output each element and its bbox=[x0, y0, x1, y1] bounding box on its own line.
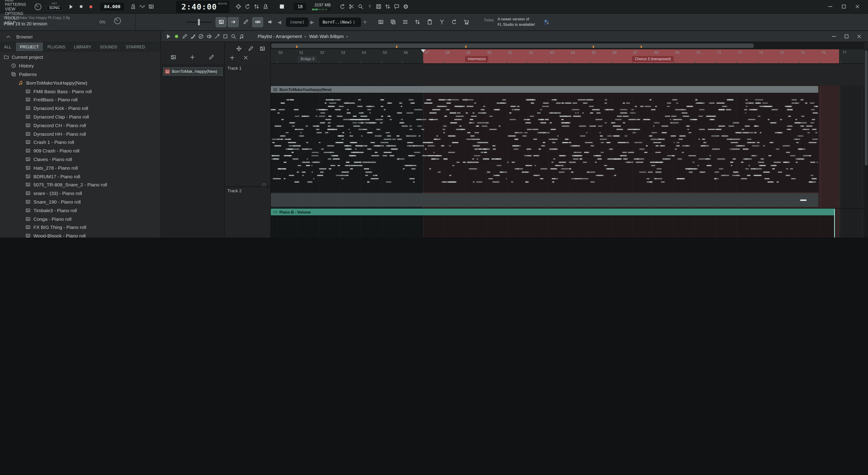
minimize-button[interactable] bbox=[826, 2, 835, 11]
browser-item[interactable]: FM8 Basic Bass - Piano roll bbox=[0, 87, 160, 95]
help-icon[interactable]: ? bbox=[365, 2, 374, 11]
picker-draw-icon[interactable] bbox=[207, 53, 216, 61]
metronome-icon[interactable] bbox=[129, 2, 138, 11]
tracks-area[interactable]: BornToMakeYouHappy(New)Piano B - VolumeW… bbox=[271, 86, 864, 237]
shop-icon[interactable] bbox=[461, 17, 472, 27]
add-track-button[interactable] bbox=[227, 53, 237, 62]
vertical-scrollbar[interactable] bbox=[864, 49, 868, 237]
smart-disable-icon[interactable] bbox=[138, 2, 147, 11]
browser-item[interactable]: History bbox=[0, 61, 160, 70]
grid-options-icon[interactable] bbox=[258, 44, 267, 53]
playlist-minimize-button[interactable] bbox=[829, 32, 838, 41]
pattern-selector[interactable]: BornT..(New) ▲▼ bbox=[319, 18, 361, 27]
chevron-right-icon[interactable]: ▸ bbox=[310, 18, 314, 26]
record-button[interactable] bbox=[86, 2, 96, 11]
timeline-marker[interactable]: Chorus 3 (transposed) bbox=[632, 56, 674, 62]
strip-handle[interactable] bbox=[800, 199, 806, 201]
automation-curve[interactable] bbox=[271, 215, 835, 237]
draw-tool-icon[interactable] bbox=[180, 32, 188, 40]
browser-item[interactable]: 5075_TR-808_Snare_2 - Piano roll bbox=[0, 180, 160, 189]
cut-icon[interactable] bbox=[347, 2, 356, 11]
tab-plugins[interactable]: PLUGINS bbox=[43, 42, 70, 51]
browser-item[interactable]: Wood-Bloock - Piano roll bbox=[0, 231, 160, 237]
main-volume-knob[interactable] bbox=[34, 2, 42, 11]
record-icon[interactable] bbox=[172, 32, 180, 40]
browser-item[interactable]: Dynacord HH - Piano roll bbox=[0, 129, 160, 138]
browser-item[interactable]: snare - (33) - Piano roll bbox=[0, 189, 160, 198]
settings-icon[interactable] bbox=[401, 2, 410, 11]
delete-tool-icon[interactable] bbox=[197, 32, 205, 40]
playhead-marker[interactable] bbox=[421, 49, 426, 53]
menu-patterns[interactable]: PATTERNS bbox=[3, 2, 28, 6]
tab-sounds[interactable]: SOUNDS bbox=[96, 42, 122, 51]
pattern-spinner[interactable]: ▲▼ bbox=[353, 20, 355, 24]
browser-item[interactable]: Dynacord CH - Piano roll bbox=[0, 121, 160, 129]
automation-clip-body[interactable] bbox=[271, 215, 834, 237]
pattern-picker-item[interactable]: BornToMak..Happy(New) bbox=[163, 67, 222, 76]
preview-speaker-icon[interactable] bbox=[265, 17, 275, 27]
pattern-add-icon[interactable]: + bbox=[363, 18, 367, 26]
pattern-grid-icon[interactable] bbox=[376, 17, 386, 27]
typing-keyboard-icon[interactable] bbox=[147, 2, 156, 11]
picker-panel-icon[interactable] bbox=[388, 17, 399, 27]
revert-icon[interactable] bbox=[449, 17, 460, 27]
zoom-tool-icon[interactable] bbox=[229, 32, 237, 40]
preview-tool-icon[interactable] bbox=[237, 32, 246, 40]
tab-library[interactable]: LIBRARY bbox=[70, 42, 96, 51]
playlist-menu-icon[interactable] bbox=[164, 32, 172, 40]
link-icon[interactable] bbox=[252, 17, 263, 27]
track-name[interactable]: Track 2 bbox=[227, 188, 242, 193]
preview-selector[interactable]: (none) bbox=[286, 18, 308, 27]
timeline-marker[interactable]: Bridge 3 bbox=[298, 56, 317, 62]
track-name[interactable]: Track 1 bbox=[227, 66, 242, 70]
swap-icon[interactable] bbox=[412, 17, 423, 27]
horizontal-scrollbar[interactable] bbox=[271, 42, 864, 49]
browser-item[interactable]: Snare_190 - Piano roll bbox=[0, 198, 160, 206]
vscroll-handle[interactable] bbox=[865, 50, 868, 166]
step-edit-icon[interactable] bbox=[216, 17, 226, 27]
browser-item[interactable]: BDRUM17 - Piano roll bbox=[0, 172, 160, 180]
browser-item[interactable]: Hats_278 - Piano roll bbox=[0, 164, 160, 172]
news-icon[interactable] bbox=[543, 18, 550, 26]
browser-item[interactable]: Dynacord Clap - Piano roll bbox=[0, 112, 160, 121]
quick-draw-icon[interactable] bbox=[246, 44, 255, 53]
center-playhead-icon[interactable] bbox=[234, 2, 243, 11]
pattern-clip[interactable]: BornToMakeYouHappy(New) bbox=[271, 86, 818, 191]
save-icon[interactable] bbox=[374, 2, 383, 11]
maximize-button[interactable] bbox=[839, 2, 848, 11]
playlist-maximize-button[interactable] bbox=[842, 32, 851, 41]
browser-item[interactable]: Claves - Piano roll bbox=[0, 155, 160, 164]
paint-tool-icon[interactable] bbox=[188, 32, 197, 40]
menu-view[interactable]: VIEW bbox=[3, 6, 28, 11]
sync-icon[interactable] bbox=[383, 2, 392, 11]
update-notification[interactable]: Today A newer version of FL Studio is av… bbox=[484, 17, 535, 27]
browser-item[interactable]: Timbale3 - Piano roll bbox=[0, 206, 160, 215]
song-label[interactable]: SONG bbox=[46, 6, 62, 11]
picker-add-icon[interactable] bbox=[188, 53, 197, 61]
hscroll-handle[interactable] bbox=[271, 43, 754, 48]
browser-item[interactable]: BornToMakeYouHappy(New) bbox=[0, 79, 160, 87]
browser-item[interactable]: Current project bbox=[0, 53, 160, 61]
stop-button[interactable] bbox=[76, 2, 86, 11]
browser-item[interactable]: FretlBass - Piano roll bbox=[0, 95, 160, 104]
timeline-marker[interactable]: Intermezzo bbox=[465, 56, 489, 62]
browser-item[interactable]: Conga - Piano roll bbox=[0, 214, 160, 223]
browser-item[interactable]: FX BIG Thing - Piano roll bbox=[0, 223, 160, 232]
browser-item[interactable]: Patterns bbox=[0, 70, 160, 79]
close-button[interactable] bbox=[852, 2, 862, 11]
track-list-icon[interactable] bbox=[400, 17, 411, 27]
chat-icon[interactable] bbox=[392, 2, 401, 11]
automation-clip[interactable]: Piano B - Volume bbox=[271, 209, 835, 237]
browser-item[interactable]: 909 Crash - Piano roll bbox=[0, 147, 160, 155]
picker-grid-icon[interactable] bbox=[168, 53, 178, 61]
hint-knob[interactable] bbox=[114, 17, 122, 25]
clip-title-bar[interactable]: BornToMakeYouHappy(New) bbox=[271, 86, 818, 93]
loop-record-icon[interactable] bbox=[243, 2, 252, 11]
tab-project[interactable]: PROJECT bbox=[16, 42, 43, 51]
pattern-clip-body[interactable] bbox=[271, 93, 818, 191]
select-tool-icon[interactable] bbox=[221, 32, 229, 40]
pat-song-switch[interactable]: PAT SONG bbox=[46, 2, 62, 11]
slice-tool-icon[interactable] bbox=[213, 32, 221, 40]
play-button[interactable] bbox=[66, 2, 76, 11]
playlist-close-button[interactable] bbox=[855, 32, 864, 41]
